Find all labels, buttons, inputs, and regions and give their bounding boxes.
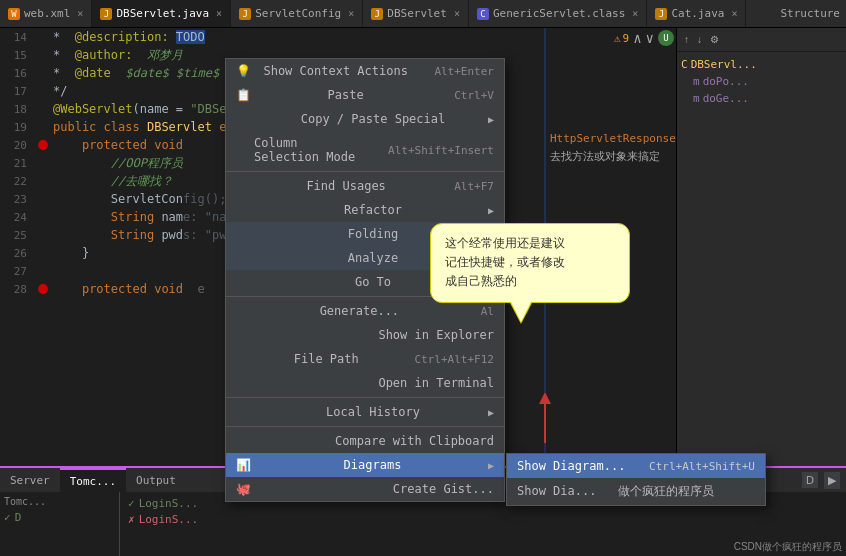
menu-label-generate: Generate... xyxy=(320,304,399,318)
menu-label-analyze: Analyze xyxy=(348,251,399,265)
bottom-sidebar: Tomc... ✓ D xyxy=(0,492,120,556)
menu-label-find-usages: Find Usages xyxy=(306,179,385,193)
menu-item-generate[interactable]: Generate... Al xyxy=(226,299,504,323)
tab-bar: W web.xml × J DBServlet.java × J Servlet… xyxy=(0,0,846,28)
java-icon-1: J xyxy=(100,8,112,20)
bottom-toolbar-btn-1[interactable]: D xyxy=(802,472,818,488)
bottom-tab-output[interactable]: Output xyxy=(126,468,186,492)
menu-shortcut-paste: Ctrl+V xyxy=(454,89,494,102)
close-genericservlet[interactable]: × xyxy=(632,8,638,19)
diagrams-submenu: Show Diagram... Ctrl+Alt+Shift+U Show Di… xyxy=(506,453,766,506)
tab-servletconfig[interactable]: J ServletConfig × xyxy=(231,0,363,28)
tab-label-web-xml: web.xml xyxy=(24,7,70,20)
tab-web-xml[interactable]: W web.xml × xyxy=(0,0,92,28)
log-check-1: ✓ xyxy=(128,496,135,512)
arrow-refactor: ▶ xyxy=(488,205,494,216)
submenu-item-show-dia[interactable]: Show Dia... 做个疯狂的程序员 xyxy=(507,478,765,505)
tab-label-dbservlet: DBServlet xyxy=(387,7,447,20)
tab-label-cat-java: Cat.java xyxy=(671,7,724,20)
structure-tab-label[interactable]: Structure xyxy=(774,7,846,20)
log-text-1: LoginS... xyxy=(139,496,199,512)
menu-item-create-gist[interactable]: 🐙 Create Gist... xyxy=(226,477,504,501)
menu-item-open-terminal[interactable]: Open in Terminal xyxy=(226,371,504,395)
struct-btn-1[interactable]: ↑ xyxy=(681,32,692,47)
code-line-14: 14 * @description: TODO xyxy=(0,28,676,46)
structure-panel: ↑ ↓ ⚙ C DBServl... m doPo... m doGe... xyxy=(676,28,846,466)
tab-cat-java[interactable]: J Cat.java × xyxy=(647,0,746,28)
close-servletconfig[interactable]: × xyxy=(348,8,354,19)
menu-item-column-selection[interactable]: Column Selection Mode Alt+Shift+Insert xyxy=(226,131,504,169)
struct-item-dbservlet: C DBServl... xyxy=(681,56,842,73)
breakpoint-28 xyxy=(38,284,48,294)
bottom-tab-server[interactable]: Server xyxy=(0,468,60,492)
callout-text: 这个经常使用还是建议记住快捷键，或者修改成自己熟悉的 xyxy=(445,236,565,288)
menu-label-folding: Folding xyxy=(348,227,399,241)
class-icon: C xyxy=(477,8,489,20)
struct-method-icon-1: m xyxy=(693,75,700,88)
menu-label-copy-paste-special: Copy / Paste Special xyxy=(301,112,446,126)
close-web-xml[interactable]: × xyxy=(77,8,83,19)
menu-label-show-context-actions: Show Context Actions xyxy=(263,64,408,78)
menu-label-show-explorer: Show in Explorer xyxy=(378,328,494,342)
menu-item-file-path[interactable]: File Path Ctrl+Alt+F12 xyxy=(226,347,504,371)
menu-label-file-path: File Path xyxy=(294,352,359,366)
struct-item-doge: m doGe... xyxy=(693,90,842,107)
close-cat-java[interactable]: × xyxy=(731,8,737,19)
menu-icon-paste: 📋 xyxy=(236,88,251,102)
menu-shortcut-column: Alt+Shift+Insert xyxy=(388,144,494,157)
menu-item-local-history[interactable]: Local History ▶ xyxy=(226,400,504,424)
menu-item-find-usages[interactable]: Find Usages Alt+F7 xyxy=(226,174,504,198)
menu-label-column-selection: Column Selection Mode xyxy=(254,136,368,164)
menu-shortcut-generate: Al xyxy=(481,305,494,318)
menu-item-refactor[interactable]: Refactor ▶ xyxy=(226,198,504,222)
nav-down-btn[interactable]: ∨ xyxy=(646,30,654,46)
bottom-toolbar-btn-2[interactable]: ▶ xyxy=(824,472,840,489)
hint-method: 去找方法或对象来搞定 xyxy=(550,149,672,164)
struct-btn-2[interactable]: ↓ xyxy=(694,32,705,47)
submenu-item-show-diagram[interactable]: Show Diagram... Ctrl+Alt+Shift+U xyxy=(507,454,765,478)
menu-item-paste[interactable]: 📋 Paste Ctrl+V xyxy=(226,83,504,107)
right-hints: HttpServletResponse→ 去找方法或对象来搞定 xyxy=(546,128,676,168)
menu-item-compare-clipboard[interactable]: Compare with Clipboard xyxy=(226,429,504,453)
bottom-sidebar-item-1: ✓ D xyxy=(4,511,115,524)
bottom-tab-tomc[interactable]: Tomc... xyxy=(60,468,126,492)
menu-item-show-context-actions[interactable]: 💡 Show Context Actions Alt+Enter xyxy=(226,59,504,83)
arrow-history: ▶ xyxy=(488,407,494,418)
tab-genericservlet-class[interactable]: C GenericServlet.class × xyxy=(469,0,647,28)
struct-class-icon: C xyxy=(681,58,688,71)
structure-toolbar: ↑ ↓ ⚙ xyxy=(677,28,846,52)
menu-label-go-to: Go To xyxy=(355,275,391,289)
bottom-tab-server-label: Server xyxy=(10,474,50,487)
tab-dbservlet-java[interactable]: J DBServlet.java × xyxy=(92,0,231,28)
struct-dbservlet-label: DBServl... xyxy=(691,58,757,71)
bottom-tab-output-label: Output xyxy=(136,474,176,487)
menu-item-show-explorer[interactable]: Show in Explorer xyxy=(226,323,504,347)
log-text-2: LoginS... xyxy=(139,512,199,528)
struct-item-dopo: m doPo... xyxy=(693,73,842,90)
bottom-tab-tomc-label: Tomc... xyxy=(70,475,116,488)
close-dbservlet[interactable]: × xyxy=(454,8,460,19)
struct-tree: C DBServl... m doPo... m doGe... xyxy=(677,52,846,111)
java-icon-4: J xyxy=(655,8,667,20)
menu-item-copy-paste-special[interactable]: Copy / Paste Special ▶ xyxy=(226,107,504,131)
menu-item-diagrams[interactable]: 📊 Diagrams ▶ Show Diagram... Ctrl+Alt+Sh… xyxy=(226,453,504,477)
menu-label-diagrams: Diagrams xyxy=(344,458,402,472)
menu-label-paste: Paste xyxy=(328,88,364,102)
java-icon-2: J xyxy=(239,8,251,20)
menu-icon-gist: 🐙 xyxy=(236,482,251,496)
struct-doge-label: doGe... xyxy=(703,92,749,105)
tab-label-genericservlet-class: GenericServlet.class xyxy=(493,7,625,20)
nav-up-btn[interactable]: ∧ xyxy=(633,30,641,46)
close-dbservlet-java[interactable]: × xyxy=(216,8,222,19)
submenu-shortcut-show-diagram: Ctrl+Alt+Shift+U xyxy=(649,460,755,473)
struct-method-icon-2: m xyxy=(693,92,700,105)
menu-separator-3 xyxy=(226,397,504,398)
menu-label-refactor: Refactor xyxy=(344,203,402,217)
editor-area: ⚠ 9 ∧ ∨ U 14 * @description: TODO 15 * @… xyxy=(0,28,846,466)
log-error-icon: ✗ xyxy=(128,512,135,528)
java-icon-3: J xyxy=(371,8,383,20)
menu-separator-4 xyxy=(226,426,504,427)
tab-dbservlet[interactable]: J DBServlet × xyxy=(363,0,469,28)
menu-label-create-gist: Create Gist... xyxy=(393,482,494,496)
struct-btn-3[interactable]: ⚙ xyxy=(707,32,722,47)
